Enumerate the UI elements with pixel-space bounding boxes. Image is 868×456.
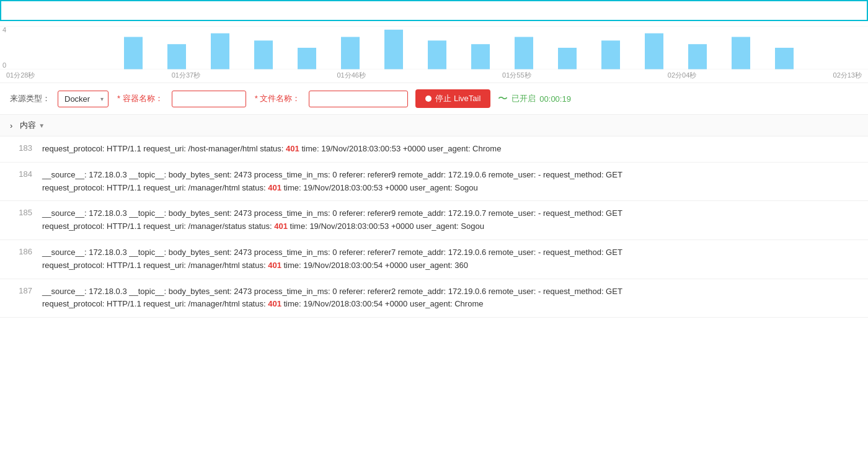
source-label: 来源类型： — [10, 93, 50, 104]
log-index: 184 — [10, 169, 32, 179]
content-column-header: 内容 ▼ — [20, 120, 45, 131]
svg-rect-12 — [645, 34, 663, 69]
svg-rect-2 — [211, 34, 229, 69]
status-highlight: 401 — [274, 221, 288, 231]
svg-rect-9 — [515, 37, 533, 70]
expand-button[interactable]: › — [10, 121, 12, 130]
log-content: __source__: 172.18.0.3 __topic__: body_b… — [42, 285, 858, 311]
svg-rect-14 — [732, 37, 750, 70]
source-select-wrapper: Docker ▾ — [58, 91, 108, 107]
svg-rect-3 — [254, 40, 273, 69]
log-index: 186 — [10, 246, 32, 256]
content-label: 内容 — [20, 120, 36, 131]
x-label-0: 01分28秒 — [6, 71, 35, 80]
log-content: __source__: 172.18.0.3 __topic__: body_b… — [42, 207, 858, 233]
live-label: 已开启 — [512, 93, 536, 104]
table-header: › 内容 ▼ — [0, 115, 868, 136]
log-index: 185 — [10, 207, 32, 217]
live-time: 00:00:19 — [539, 94, 571, 104]
svg-rect-10 — [558, 48, 577, 69]
svg-rect-6 — [384, 30, 403, 69]
log-content: __source__: 172.18.0.3 __topic__: body_b… — [42, 169, 858, 195]
status-highlight: 401 — [286, 144, 299, 153]
svg-rect-4 — [298, 48, 316, 69]
x-label-1: 01分37秒 — [172, 71, 200, 80]
pulse-icon: 〜 — [498, 92, 508, 105]
log-index: 187 — [10, 285, 32, 295]
controls-row: 来源类型： Docker ▾ * 容器名称： tomcat3 * 文件名称： /… — [0, 83, 868, 115]
svg-rect-0 — [124, 37, 143, 70]
chart-y-max: 4 — [2, 26, 6, 34]
status-highlight: 401 — [268, 261, 281, 270]
stop-button-label: 停止 LiveTail — [435, 93, 480, 104]
svg-rect-7 — [428, 40, 446, 69]
svg-rect-13 — [688, 44, 707, 69]
log-index: 183 — [10, 143, 32, 153]
svg-rect-8 — [471, 44, 490, 69]
table-row[interactable]: 186__source__: 172.18.0.3 __topic__: bod… — [0, 240, 868, 279]
log-list: 183request_protocol: HTTP/1.1 request_ur… — [0, 136, 868, 318]
x-label-4: 02分04秒 — [668, 71, 696, 80]
file-input[interactable]: /usr/local/tomcat/l — [309, 91, 408, 107]
live-status: 〜 已开启 00:00:19 — [498, 92, 571, 105]
source-select[interactable]: Docker — [58, 91, 108, 107]
chart-area: 4 0 01分28秒 01分37秒 01分46秒 01分55秒 02分04秒 0… — [0, 21, 868, 83]
stop-button[interactable]: 停止 LiveTail — [415, 89, 490, 108]
chart-y-min: 0 — [2, 61, 6, 69]
x-label-2: 01分46秒 — [337, 71, 365, 80]
table-row[interactable]: 185__source__: 172.18.0.3 __topic__: bod… — [0, 201, 868, 240]
svg-rect-1 — [167, 44, 186, 69]
stop-circle-icon — [425, 96, 432, 102]
table-row[interactable]: 184__source__: 172.18.0.3 __topic__: bod… — [0, 163, 868, 202]
content-dropdown-icon[interactable]: ▼ — [38, 122, 45, 129]
chart-x-axis: 01分28秒 01分37秒 01分46秒 01分55秒 02分04秒 02分13… — [0, 69, 868, 81]
status-highlight: 401 — [268, 183, 281, 192]
status-highlight: 401 — [268, 299, 281, 308]
svg-rect-5 — [341, 37, 360, 70]
log-content: __source__: 172.18.0.3 __topic__: body_b… — [42, 246, 858, 272]
log-content: request_protocol: HTTP/1.1 request_uri: … — [42, 143, 858, 156]
search-input[interactable]: 401 — [0, 0, 868, 21]
svg-rect-15 — [775, 48, 794, 69]
table-row[interactable]: 183request_protocol: HTTP/1.1 request_ur… — [0, 136, 868, 163]
container-label: * 容器名称： — [117, 93, 163, 104]
x-label-5: 02分13秒 — [833, 71, 862, 80]
chart-svg — [0, 26, 868, 69]
file-label: * 文件名称： — [255, 93, 301, 104]
container-input[interactable]: tomcat3 — [172, 91, 246, 107]
x-label-3: 01分55秒 — [502, 71, 531, 80]
table-row[interactable]: 187__source__: 172.18.0.3 __topic__: bod… — [0, 279, 868, 318]
svg-rect-11 — [601, 40, 620, 69]
